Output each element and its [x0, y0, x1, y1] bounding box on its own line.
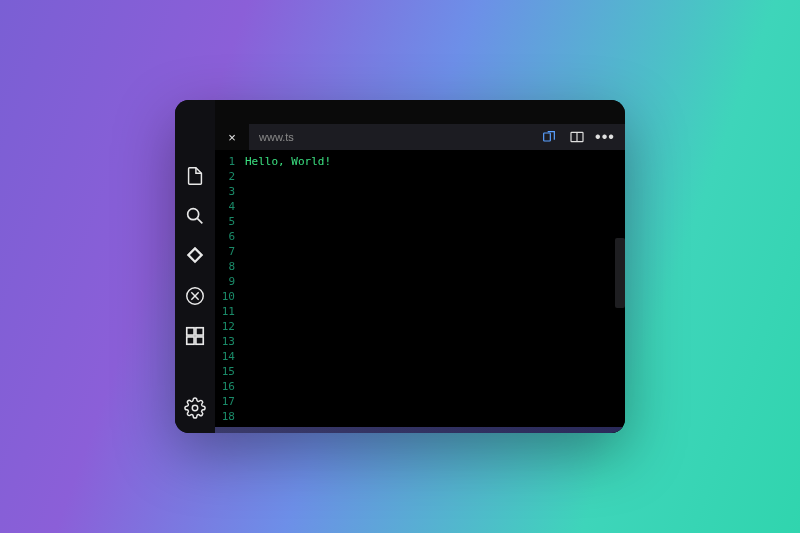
code-line: Hello, World! [245, 154, 625, 169]
activity-bar [175, 100, 215, 433]
main-area: × www.ts ••• 123456789101112131415161718 [215, 100, 625, 433]
editor-window: × www.ts ••• 123456789101112131415161718 [175, 100, 625, 433]
line-number: 12 [215, 319, 241, 334]
svg-point-7 [192, 405, 198, 411]
extensions-icon[interactable] [184, 325, 206, 347]
svg-rect-3 [187, 328, 194, 335]
tab-active[interactable]: × [215, 124, 249, 150]
line-number: 16 [215, 379, 241, 394]
line-number: 5 [215, 214, 241, 229]
line-number: 13 [215, 334, 241, 349]
line-number: 9 [215, 274, 241, 289]
svg-rect-6 [196, 337, 203, 344]
line-gutter: 123456789101112131415161718 [215, 150, 241, 433]
close-icon[interactable]: × [225, 130, 239, 145]
source-control-icon[interactable] [184, 245, 206, 267]
svg-line-1 [197, 218, 202, 223]
scrollbar-thumb[interactable] [615, 238, 625, 308]
line-number: 1 [215, 154, 241, 169]
debug-icon[interactable] [184, 285, 206, 307]
settings-icon[interactable] [184, 397, 206, 419]
titlebar [215, 100, 625, 124]
line-number: 10 [215, 289, 241, 304]
tab-label: www.ts [259, 131, 294, 143]
svg-rect-4 [196, 328, 203, 335]
line-number: 7 [215, 244, 241, 259]
ellipsis-icon: ••• [595, 129, 615, 145]
line-number: 6 [215, 229, 241, 244]
code-content[interactable]: Hello, World! [241, 150, 625, 433]
svg-rect-5 [187, 337, 194, 344]
line-number: 11 [215, 304, 241, 319]
code-editor[interactable]: 123456789101112131415161718 Hello, World… [215, 150, 625, 433]
tab-bar: × www.ts ••• [215, 124, 625, 150]
compare-changes-icon[interactable] [541, 129, 557, 145]
status-bar [215, 427, 625, 433]
svg-point-0 [188, 209, 199, 220]
line-number: 3 [215, 184, 241, 199]
line-number: 18 [215, 409, 241, 424]
tab-actions: ••• [541, 124, 625, 150]
split-editor-icon[interactable] [569, 129, 585, 145]
line-number: 14 [215, 349, 241, 364]
line-number: 17 [215, 394, 241, 409]
explorer-icon[interactable] [184, 165, 206, 187]
line-number: 15 [215, 364, 241, 379]
line-number: 2 [215, 169, 241, 184]
svg-rect-8 [544, 133, 551, 141]
more-actions-icon[interactable]: ••• [597, 129, 613, 145]
tab-inactive[interactable]: www.ts [249, 124, 304, 150]
line-number: 4 [215, 199, 241, 214]
line-number: 8 [215, 259, 241, 274]
search-icon[interactable] [184, 205, 206, 227]
